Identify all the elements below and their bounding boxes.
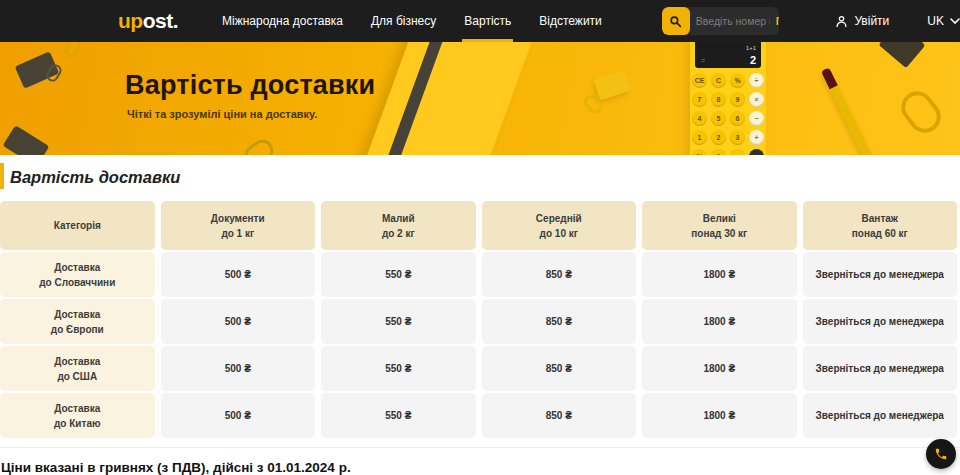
pricing-header-category: Категорія [0, 201, 155, 250]
paper-clip-icon [895, 85, 947, 139]
calc-key: . [730, 149, 745, 155]
pricing-row-china-label: Доставкадо Китаю [0, 393, 155, 438]
paper-clip-icon [63, 42, 81, 59]
chevron-down-icon [950, 18, 960, 24]
language-selector[interactable]: UK [927, 14, 960, 28]
nav-item-international-delivery[interactable]: Міжнародна доставка [208, 0, 357, 42]
pricing-value-cell: 850 ₴ [482, 346, 637, 391]
pricing-value-cell: 850 ₴ [482, 393, 637, 438]
calc-key: = [749, 149, 764, 155]
calc-key: 6 [730, 111, 745, 126]
calc-key: 2 [711, 130, 726, 145]
section-title: Вартість доставки [10, 168, 180, 187]
pricing-value-cell: Зверніться до менеджера [803, 346, 958, 391]
binder-clip-icon [879, 42, 926, 68]
calc-key: 3 [730, 130, 745, 145]
calculator-history: 1+1 [746, 45, 756, 51]
binder-clip-icon [593, 70, 630, 101]
pricing-value-cell: 500 ₴ [161, 393, 316, 438]
hero-title: Вартість доставки [125, 70, 375, 101]
pricing-value-cell: Зверніться до менеджера [803, 393, 958, 438]
pricing-value-cell: 500 ₴ [161, 346, 316, 391]
pricing-value-cell: 850 ₴ [482, 299, 637, 344]
pricing-value-cell: 1800 ₴ [642, 299, 797, 344]
calc-key: 0 [711, 149, 726, 155]
search-icon [669, 15, 682, 28]
pricing-footnote-text: Ціни вказані в гривнях (з ПДВ), дійсні з… [1, 460, 960, 475]
calculator-display: 1+1 2 = [695, 42, 761, 68]
binder-clip-icon [3, 125, 50, 155]
parcel-search-bar: Пошук [662, 7, 780, 35]
calc-key: ÷ [749, 73, 764, 88]
pricing-row-europe-label: Доставкадо Європи [0, 299, 155, 344]
pricing-footnote: Ціни вказані в гривнях (з ПДВ), дійсні з… [0, 447, 960, 475]
hero-subtitle: Чіткі та зрозумілі ціни на доставку. [127, 108, 317, 120]
pen-decoration [822, 69, 891, 155]
search-button[interactable] [662, 7, 690, 35]
calc-key: 5 [711, 111, 726, 126]
pricing-header-documents: Документидо 1 кг [161, 201, 316, 250]
pricing-section: Вартість доставки Категорія Документидо … [0, 162, 960, 475]
calc-key: 4 [692, 111, 707, 126]
pen-tip [821, 67, 838, 89]
pricing-value-cell: 1800 ₴ [642, 346, 797, 391]
nav-item-pricing[interactable]: Вартість [450, 0, 525, 42]
accent-bar [0, 163, 4, 189]
calc-key: 8 [711, 92, 726, 107]
calc-key: 7 [692, 92, 707, 107]
search-submit-button[interactable]: Пошук [776, 15, 780, 27]
calc-key: 1 [692, 130, 707, 145]
pricing-row-slovakia-label: Доставкадо Словаччини [0, 252, 155, 297]
pricing-value-cell: 550 ₴ [321, 346, 476, 391]
phone-icon [934, 447, 948, 461]
language-selected: UK [927, 14, 944, 28]
calc-key: + [749, 130, 764, 145]
pricing-value-cell: 1800 ₴ [642, 252, 797, 297]
phone-contact-button[interactable] [926, 439, 956, 469]
pricing-header-medium: Середнійдо 10 кг [482, 201, 637, 250]
login-label: Увійти [854, 14, 889, 28]
calc-key: CE [692, 73, 707, 88]
login-button[interactable]: Увійти [835, 14, 889, 28]
calculator-keys: CEC%÷789×456−123+%0.= [690, 73, 766, 155]
calc-key: × [749, 92, 764, 107]
parcel-number-input[interactable] [690, 15, 776, 27]
pricing-row-usa-label: Доставкадо США [0, 346, 155, 391]
calculator-decoration: 1+1 2 = CEC%÷789×456−123+%0.= [690, 42, 766, 155]
pricing-header-large: Великіпонад 30 кг [642, 201, 797, 250]
section-title-row: Вартість доставки [0, 162, 960, 192]
upost-logo[interactable]: upost. [118, 9, 178, 33]
calc-key: 9 [730, 92, 745, 107]
nav-item-for-business[interactable]: Для бізнесу [357, 0, 450, 42]
pricing-value-cell: 550 ₴ [321, 252, 476, 297]
pricing-value-cell: 1800 ₴ [642, 393, 797, 438]
top-navigation-bar: upost. Міжнародна доставка Для бізнесу В… [0, 0, 960, 42]
logo-ost-part: ost. [143, 9, 178, 32]
calc-key: C [711, 73, 726, 88]
person-icon [835, 15, 848, 28]
pricing-value-cell: 500 ₴ [161, 299, 316, 344]
hero-banner: 1+1 2 = CEC%÷789×456−123+%0.= Вартість д… [0, 42, 960, 155]
pricing-header-small: Малийдо 2 кг [321, 201, 476, 250]
pricing-value-cell: 550 ₴ [321, 393, 476, 438]
pricing-table: Категорія Документидо 1 кг Малийдо 2 кг … [0, 201, 957, 438]
notebook-strap [384, 42, 456, 155]
pricing-value-cell: 550 ₴ [321, 299, 476, 344]
nav-item-tracking[interactable]: Відстежити [525, 0, 616, 42]
calc-key: % [730, 73, 745, 88]
pricing-header-freight: Вантажпонад 60 кг [803, 201, 958, 250]
calc-key: − [749, 111, 764, 126]
pricing-value-cell: Зверніться до менеджера [803, 252, 958, 297]
pricing-value-cell: 500 ₴ [161, 252, 316, 297]
pricing-value-cell: 850 ₴ [482, 252, 637, 297]
calculator-equals-hint: = [701, 57, 705, 64]
main-nav: Міжнародна доставка Для бізнесу Вартість… [208, 0, 616, 42]
calc-key: % [692, 149, 707, 155]
logo-up-part: up [118, 9, 143, 32]
calculator-result: 2 [750, 54, 756, 66]
pricing-value-cell: Зверніться до менеджера [803, 299, 958, 344]
notebook-decoration [365, 42, 535, 155]
paper-clip-icon [240, 135, 277, 155]
